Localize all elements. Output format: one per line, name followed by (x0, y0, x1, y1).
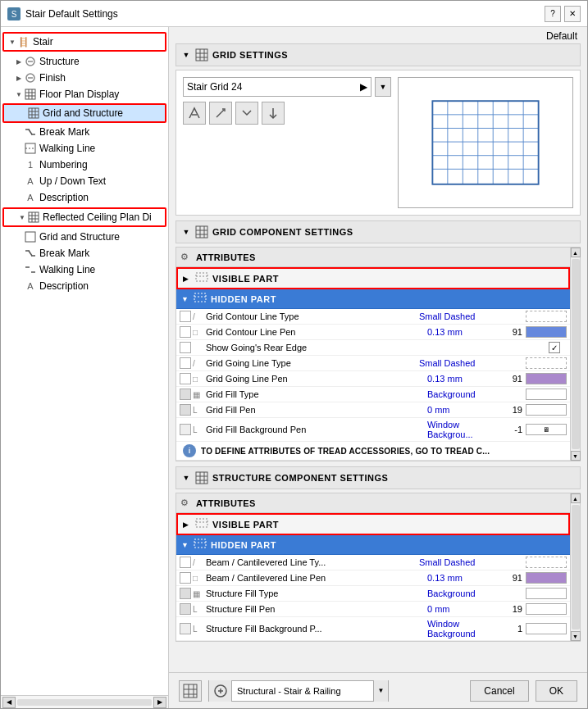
sidebar-item-up-down[interactable]: A Up / Down Text (1, 173, 168, 189)
up-down-icon: A (24, 175, 37, 188)
row3-checkbox[interactable] (180, 342, 191, 353)
cancel-button[interactable]: Cancel (470, 680, 528, 702)
grid-dropdown[interactable]: Stair Grid 24 ▶ (183, 77, 371, 97)
struct-row1-name: Beam / Cantilevered Line Ty... (206, 557, 419, 567)
row7-checkbox[interactable] (180, 404, 191, 416)
walking-line-label: Walking Line (39, 143, 95, 154)
help-button[interactable]: ? (545, 6, 561, 22)
row5-checkbox[interactable] (180, 373, 191, 384)
sidebar-item-stair[interactable]: ▼ 🪜 Stair (2, 32, 166, 52)
grid-side-buttons (183, 102, 391, 125)
struct-row-3: ▦ Structure Fill Type Background (176, 586, 570, 602)
grid-settings-header[interactable]: ▼ GRID SETTINGS (175, 43, 581, 66)
struct-row3-val: Background (427, 589, 501, 598)
row1-swatch (526, 311, 567, 322)
attr-header-icon: ⚙ (180, 250, 196, 264)
grid-btn-2[interactable] (209, 102, 232, 125)
sidebar-item-reflected[interactable]: ▼ Reflected Ceiling Plan Di (2, 207, 166, 227)
hscroll-right-btn[interactable]: ▶ (153, 697, 166, 708)
struct-visible-part-row[interactable]: ▶ VISIBLE PART (176, 513, 570, 535)
sidebar-item-grid-structure[interactable]: Grid and Structure (2, 103, 166, 123)
sidebar-item-break-mark[interactable]: Break Mark (1, 124, 168, 140)
row1-pen-icon: / (193, 312, 204, 321)
hidden-part-row[interactable]: ▼ HIDDEN PART (176, 289, 570, 309)
row3-check-val[interactable]: ✓ (542, 342, 567, 353)
row1-checkbox[interactable] (180, 311, 191, 322)
row1-name: Grid Contour Line Type (206, 311, 419, 321)
sidebar-item-walking-line[interactable]: Walking Line (1, 140, 168, 157)
rcp-walking-icon (24, 263, 37, 276)
sidebar-item-description[interactable]: A Description (1, 189, 168, 206)
ok-button[interactable]: OK (536, 680, 577, 702)
row6-val: Background (427, 389, 501, 399)
row8-name: Grid Fill Background Pen (206, 425, 427, 434)
vscroll-up-btn[interactable]: ▲ (571, 248, 581, 257)
vscroll-down-btn[interactable]: ▼ (571, 451, 581, 461)
main-scroll-area[interactable]: ▼ GRID SETTINGS Stair Grid 24 ▶ (169, 43, 587, 672)
hscroll-left-btn[interactable]: ◀ (2, 697, 16, 708)
row5-num: 91 (501, 374, 526, 384)
sidebar-item-finish[interactable]: ▶ Finish (1, 70, 168, 86)
struct-vscroll-track[interactable] (572, 505, 580, 629)
grid-component-table-inner: ⚙ ATTRIBUTES ▶ (176, 248, 570, 461)
grid-btn-3[interactable] (235, 102, 258, 125)
footer-dropdown-text: Structural - Stair & Railing (232, 686, 373, 696)
grid-btn-1[interactable] (183, 102, 206, 125)
sidebar-item-floor-plan[interactable]: ▼ Floor Plan Display (1, 86, 168, 102)
close-button[interactable]: ✕ (564, 6, 581, 22)
visible-part-row[interactable]: ▶ VISIBLE PART (176, 267, 570, 289)
main-window: S Stair Default Settings ? ✕ ▼ 🪜 Stair ▶ (0, 0, 588, 709)
grid-dropdown-expand-btn[interactable]: ▼ (375, 77, 391, 97)
sidebar-item-numbering[interactable]: 1 Numbering (1, 157, 168, 173)
struct-vscroll-up[interactable]: ▲ (571, 493, 581, 503)
grid-row-6: ▦ Grid Fill Type Background (176, 387, 570, 402)
grid-row-7: L Grid Fill Pen 0 mm 19 (176, 402, 570, 418)
structure-component-icon (194, 470, 209, 485)
grid-dropdown-row: Stair Grid 24 ▶ ▼ (183, 77, 391, 97)
sidebar-item-structure[interactable]: ▶ Structure (1, 53, 168, 70)
svg-line-37 (221, 110, 224, 112)
row8-checkbox[interactable] (180, 424, 191, 435)
grid-dropdown-value: Stair Grid 24 (187, 81, 242, 93)
finish-icon (24, 71, 37, 84)
svg-rect-52 (196, 226, 207, 238)
svg-rect-39 (432, 101, 538, 184)
structure-component-title: STRUCTURE COMPONENT SETTINGS (212, 473, 388, 483)
grid-component-header[interactable]: ▼ GRID COMPONENT SETTINGS (175, 220, 581, 243)
sidebar-item-rcp-grid[interactable]: Grid and Structure (1, 229, 168, 245)
struct-row4-num: 19 (501, 604, 526, 614)
struct-row2-checkbox[interactable] (180, 572, 191, 584)
row8-val: Window Backgrou... (427, 420, 501, 439)
vscroll-track[interactable] (572, 259, 580, 449)
row2-checkbox[interactable] (180, 326, 191, 338)
struct-row4-name: Structure Fill Pen (206, 604, 427, 614)
struct-row3-icon: ▦ (193, 589, 204, 598)
footer-left-icon-btn[interactable] (179, 680, 202, 702)
hscroll-track[interactable] (17, 699, 152, 706)
struct-row4-checkbox[interactable] (180, 603, 191, 615)
sidebar-item-rcp-walking[interactable]: Walking Line (1, 261, 168, 278)
struct-hidden-part-row[interactable]: ▼ HIDDEN PART (176, 535, 570, 555)
structure-component-header[interactable]: ▼ STRUCTURE COMPONENT SETTINGS (175, 466, 581, 489)
walking-line-icon (24, 142, 37, 155)
struct-vscroll-down[interactable]: ▼ (571, 631, 581, 641)
grid-component-title: GRID COMPONENT SETTINGS (212, 227, 353, 237)
row6-checkbox[interactable] (180, 389, 191, 400)
grid-settings-arrow: ▼ (181, 50, 191, 60)
sidebar-item-rcp-break[interactable]: Break Mark (1, 245, 168, 261)
struct-row3-checkbox[interactable] (180, 588, 191, 599)
row4-checkbox[interactable] (180, 357, 191, 369)
struct-row5-checkbox[interactable] (180, 623, 191, 634)
finish-label: Finish (39, 72, 66, 84)
footer-dropdown[interactable]: Structural - Stair & Railing ▼ (208, 680, 389, 702)
floor-plan-icon (24, 88, 37, 101)
sidebar-item-rcp-desc[interactable]: A Description (1, 278, 168, 294)
tree-view: ▼ 🪜 Stair ▶ Structure ▶ (1, 27, 168, 695)
grid-component-icon (194, 225, 209, 239)
grid-settings-content: Stair Grid 24 ▶ ▼ (175, 70, 581, 216)
grid-btn-4[interactable] (262, 102, 285, 125)
struct-row2-val: 0.13 mm (427, 573, 501, 583)
visible-part-label: VISIBLE PART (212, 274, 279, 284)
numbering-icon: 1 (24, 158, 37, 171)
struct-row1-checkbox[interactable] (180, 557, 191, 568)
